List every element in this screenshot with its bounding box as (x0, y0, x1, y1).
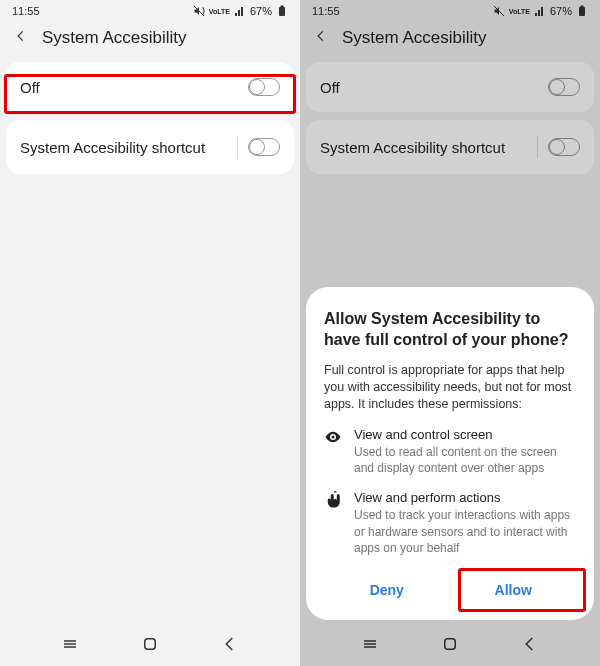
permission-desc: Used to track your interactions with app… (354, 507, 576, 556)
permission-item: View and perform actions Used to track y… (324, 490, 576, 556)
page-title: System Accesibility (42, 28, 187, 48)
back-icon[interactable] (14, 28, 28, 48)
main-toggle-switch[interactable] (248, 78, 280, 96)
battery-pct: 67% (550, 5, 572, 17)
shortcut-label: System Accesibility shortcut (320, 139, 505, 156)
status-icons: VoLTE 67% (193, 5, 288, 17)
nav-recents-icon[interactable] (61, 635, 79, 657)
nav-recents-icon[interactable] (361, 635, 379, 657)
status-bar: 11:55 VoLTE 67% (0, 0, 300, 22)
screenshot-right: 11:55 VoLTE 67% System Accesibility Off … (300, 0, 600, 666)
nav-home-icon[interactable] (141, 635, 159, 657)
dialog-buttons: Deny Allow (324, 570, 576, 610)
status-bar: 11:55 VoLTE 67% (300, 0, 600, 22)
shortcut-label: System Accesibility shortcut (20, 139, 205, 156)
row-divider (237, 136, 238, 158)
status-time: 11:55 (312, 5, 340, 17)
main-toggle-row[interactable]: Off (6, 62, 294, 112)
screenshot-left: 11:55 VoLTE 67% System Accesibility Off … (0, 0, 300, 666)
nav-back-icon[interactable] (521, 635, 539, 657)
signal-icon (234, 5, 246, 17)
eye-icon (324, 427, 342, 476)
row-divider (537, 136, 538, 158)
main-toggle-row[interactable]: Off (306, 62, 594, 112)
status-icons: VoLTE 67% (493, 5, 588, 17)
nav-home-icon[interactable] (441, 635, 459, 657)
page-header: System Accesibility (300, 22, 600, 58)
nav-bar (300, 626, 600, 666)
mute-icon (493, 5, 505, 17)
battery-pct: 67% (250, 5, 272, 17)
permission-dialog: Allow System Accesibility to have full c… (306, 287, 594, 620)
shortcut-toggle-switch[interactable] (548, 138, 580, 156)
svg-rect-1 (279, 7, 285, 16)
battery-icon (276, 5, 288, 17)
page-header: System Accesibility (0, 22, 300, 58)
mute-icon (193, 5, 205, 17)
status-time: 11:55 (12, 5, 40, 17)
permission-desc: Used to read all content on the screen a… (354, 444, 576, 476)
permission-item: View and control screen Used to read all… (324, 427, 576, 476)
svg-rect-2 (281, 6, 284, 8)
svg-rect-9 (581, 6, 584, 8)
nav-back-icon[interactable] (221, 635, 239, 657)
svg-rect-13 (445, 639, 456, 650)
permission-title: View and perform actions (354, 490, 576, 505)
shortcut-row[interactable]: System Accesibility shortcut (306, 120, 594, 174)
hand-icon (324, 490, 342, 556)
main-toggle-label: Off (20, 79, 40, 96)
dialog-description: Full control is appropriate for apps tha… (324, 362, 576, 413)
deny-button[interactable]: Deny (324, 570, 450, 610)
svg-rect-6 (145, 639, 156, 650)
shortcut-row[interactable]: System Accesibility shortcut (6, 120, 294, 174)
volte-icon: VoLTE (209, 8, 230, 15)
allow-button[interactable]: Allow (451, 570, 577, 610)
main-toggle-label: Off (320, 79, 340, 96)
dialog-title: Allow System Accesibility to have full c… (324, 309, 576, 351)
nav-bar (0, 626, 300, 666)
svg-rect-8 (579, 7, 585, 16)
battery-icon (576, 5, 588, 17)
permission-title: View and control screen (354, 427, 576, 442)
page-title: System Accesibility (342, 28, 487, 48)
volte-icon: VoLTE (509, 8, 530, 15)
signal-icon (534, 5, 546, 17)
shortcut-toggle-switch[interactable] (248, 138, 280, 156)
back-icon[interactable] (314, 28, 328, 48)
main-toggle-switch[interactable] (548, 78, 580, 96)
